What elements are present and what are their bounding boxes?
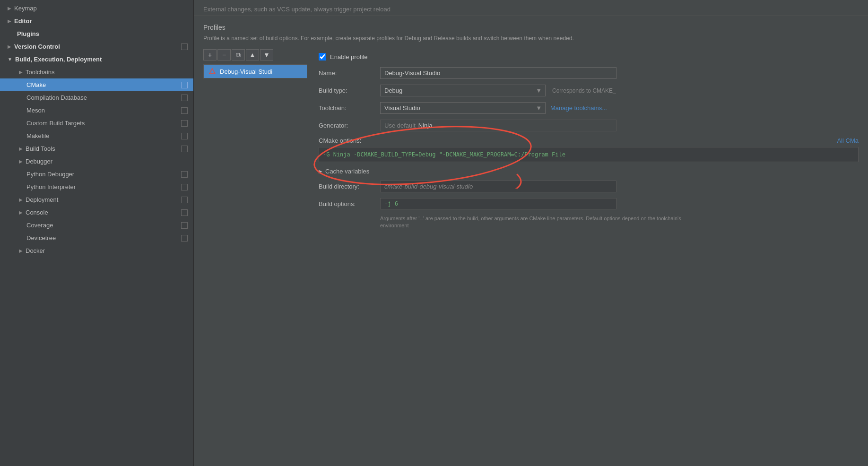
profile-list-item[interactable]: Debug-Visual Studi [204, 65, 307, 78]
toolchain-label: Toolchain: [319, 104, 380, 112]
build-options-row: Build options: [319, 198, 859, 209]
sidebar-item-build-tools[interactable]: ▶ Build Tools [0, 142, 193, 155]
cmake-options-field[interactable]: -G Ninja -DCMAKE_BUILD_TYPE=Debug "-DCMA… [319, 147, 859, 162]
build-options-input[interactable] [380, 198, 616, 209]
sidebar-item-label: Version Control [14, 43, 60, 50]
build-directory-input[interactable] [380, 181, 616, 192]
devicetree-icon [181, 235, 188, 242]
version-control-icon [181, 43, 188, 50]
generator-row: Generator: Use default Ninja [319, 120, 859, 131]
coverage-icon [181, 222, 188, 229]
build-options-label: Build options: [319, 200, 380, 207]
sidebar-item-python-interpreter[interactable]: Python Interpreter [0, 181, 193, 193]
profiles-title: Profiles [203, 24, 859, 31]
profile-list-panel: + − ⧉ ▲ ▼ Debug-Visual Studi [203, 49, 307, 230]
move-up-button[interactable]: ▲ [246, 49, 259, 60]
sidebar-item-devicetree[interactable]: Devicetree [0, 232, 193, 244]
build-type-note: Corresponds to CMAKE_ [552, 87, 616, 94]
sidebar-item-label: Coverage [26, 222, 53, 229]
sidebar-item-compilation-database[interactable]: Compilation Database [0, 91, 193, 104]
build-directory-label: Build directory: [319, 183, 380, 190]
sidebar-item-docker[interactable]: ▶ Docker [0, 244, 193, 257]
name-input[interactable] [380, 67, 616, 79]
move-down-button[interactable]: ▼ [260, 49, 273, 60]
build-type-label: Build type: [319, 87, 380, 94]
sidebar-item-label: Toolchains [26, 69, 54, 76]
python-interpreter-icon [181, 184, 188, 190]
sidebar-item-label: Editor [14, 17, 32, 25]
makefile-icon [181, 133, 188, 139]
python-debugger-icon [181, 171, 188, 178]
build-tools-arrow: ▶ [19, 146, 23, 151]
main-content: External changes, such as VCS update, al… [194, 0, 868, 466]
generator-label: Generator: [319, 122, 380, 129]
sidebar-item-deployment[interactable]: ▶ Deployment [0, 193, 193, 206]
all-cmake-link[interactable]: All CMa [837, 137, 859, 144]
meson-icon [181, 107, 188, 114]
generator-default-text: Use default [384, 122, 416, 129]
name-label: Name: [319, 69, 380, 77]
cmake-options-header: CMake options: All CMa [319, 137, 859, 144]
editor-arrow: ▶ [8, 18, 11, 24]
sidebar-item-label: Meson [26, 107, 45, 114]
sidebar-item-label: Python Debugger [26, 171, 74, 178]
cmake-options-section: CMake options: All CMa -G Ninja -DCMAKE_… [319, 137, 859, 162]
profile-form: Enable profile Name: Build type: Debug R… [319, 49, 859, 230]
build-execution-arrow: ▼ [8, 57, 12, 62]
build-directory-row: Build directory: [319, 181, 859, 192]
build-type-select[interactable]: Debug Release RelWithDebInfo MinSizeRel [380, 85, 546, 96]
keymap-arrow: ▶ [8, 6, 11, 11]
enable-profile-checkbox[interactable] [319, 53, 326, 60]
sidebar-item-version-control[interactable]: ▶ Version Control [0, 40, 193, 53]
profile-toolbar: + − ⧉ ▲ ▼ [203, 49, 307, 60]
sidebar: ▶ Keymap ▶ Editor Plugins ▶ Version Cont… [0, 0, 194, 466]
svg-marker-1 [212, 69, 213, 72]
sidebar-item-label: Deployment [26, 196, 58, 203]
deployment-arrow: ▶ [19, 197, 23, 202]
cmake-icon [181, 82, 188, 88]
top-notice-text: External changes, such as VCS update, al… [203, 6, 391, 13]
sidebar-item-meson[interactable]: Meson [0, 104, 193, 117]
sidebar-item-console[interactable]: ▶ Console [0, 206, 193, 219]
sidebar-item-label: Python Interpreter [26, 183, 76, 190]
sidebar-item-label: CMake [26, 81, 46, 88]
sidebar-item-debugger[interactable]: ▶ Debugger [0, 155, 193, 168]
deployment-icon [181, 197, 188, 203]
sidebar-item-label: Custom Build Targets [26, 120, 85, 127]
sidebar-item-coverage[interactable]: Coverage [0, 219, 193, 232]
cmake-options-label-text: CMake options: [319, 137, 361, 144]
console-icon [181, 209, 188, 216]
profiles-desc: Profile is a named set of build options.… [203, 34, 859, 43]
enable-profile-row: Enable profile [319, 49, 859, 60]
manage-toolchains-link[interactable]: Manage toolchains... [550, 104, 607, 112]
sidebar-item-label: Plugins [17, 30, 39, 37]
docker-arrow: ▶ [19, 248, 23, 253]
custom-build-targets-icon [181, 120, 188, 127]
profiles-section: Profiles Profile is a named set of build… [194, 16, 868, 230]
sidebar-item-label: Build Tools [26, 145, 55, 152]
copy-profile-button[interactable]: ⧉ [232, 49, 245, 60]
sidebar-item-cmake[interactable]: CMake [0, 78, 193, 91]
compilation-db-icon [181, 95, 188, 101]
toolchain-select[interactable]: Visual Studio [380, 102, 546, 114]
remove-profile-button[interactable]: − [217, 49, 231, 60]
sidebar-item-custom-build-targets[interactable]: Custom Build Targets [0, 117, 193, 129]
sidebar-item-makefile[interactable]: Makefile [0, 129, 193, 142]
cache-variables-row[interactable]: ▶ Cache variables [319, 168, 859, 175]
profile-list: Debug-Visual Studi [203, 64, 307, 78]
add-profile-button[interactable]: + [203, 49, 217, 60]
sidebar-item-label: Debugger [26, 158, 52, 165]
sidebar-item-label: Compilation Database [26, 94, 87, 101]
generator-value-text: Ninja [418, 122, 433, 129]
sidebar-item-toolchains[interactable]: ▶ Toolchains [0, 66, 193, 78]
sidebar-item-label: Build, Execution, Deployment [15, 56, 102, 63]
sidebar-item-keymap[interactable]: ▶ Keymap [0, 2, 193, 15]
sidebar-item-python-debugger[interactable]: Python Debugger [0, 168, 193, 181]
sidebar-item-build-execution-deployment[interactable]: ▼ Build, Execution, Deployment [0, 53, 193, 66]
sidebar-item-label: Console [26, 209, 48, 216]
name-row: Name: [319, 67, 859, 79]
sidebar-item-label: Makefile [26, 132, 49, 139]
sidebar-item-plugins[interactable]: Plugins [0, 27, 193, 40]
sidebar-item-editor[interactable]: ▶ Editor [0, 15, 193, 27]
cmake-profile-icon [208, 68, 216, 75]
